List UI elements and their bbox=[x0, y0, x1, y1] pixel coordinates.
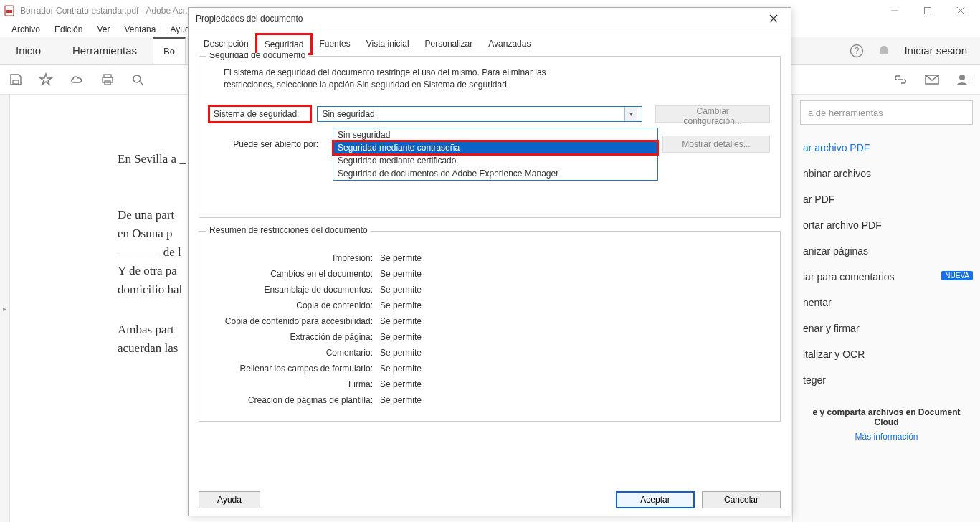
dialog-title-bar: Propiedades del documento bbox=[189, 8, 791, 29]
dialog-close-button[interactable] bbox=[763, 9, 784, 29]
restriction-label: Copia de contenido para accesibilidad: bbox=[209, 316, 380, 326]
tools-tab[interactable]: Herramientas bbox=[57, 37, 153, 64]
restrictions-group: Resumen de restricciones del documento I… bbox=[199, 231, 781, 422]
menu-archivo[interactable]: Archivo bbox=[6, 23, 46, 36]
tool-panel-item[interactable]: ortar archivo PDF bbox=[800, 212, 973, 238]
restriction-value: Se permite bbox=[380, 253, 422, 263]
change-config-button: Cambiar configuración... bbox=[655, 105, 770, 123]
restriction-label: Ensamblaje de documentos: bbox=[209, 285, 380, 295]
tool-panel-item[interactable]: nentar bbox=[800, 290, 973, 315]
restriction-value: Se permite bbox=[380, 300, 422, 310]
security-option[interactable]: Seguridad mediante certificado bbox=[333, 154, 657, 167]
restriction-row: Firma:Se permite bbox=[209, 379, 770, 389]
tool-panel-item[interactable]: ar archivo PDF bbox=[800, 135, 973, 161]
tool-panel-item[interactable]: iar para comentariosNUEVA bbox=[800, 264, 973, 290]
svg-rect-1 bbox=[6, 10, 12, 13]
maximize-button[interactable] bbox=[911, 0, 944, 22]
dialog-tabs: Descripción Seguridad Fuentes Vista inic… bbox=[189, 29, 791, 53]
show-details-button: Mostrar detalles... bbox=[662, 136, 770, 153]
open-by-label: Puede ser abierto por: bbox=[209, 139, 324, 149]
restriction-row: Cambios en el documento:Se permite bbox=[209, 269, 770, 279]
promo-link[interactable]: Más información bbox=[804, 432, 969, 442]
bell-icon[interactable] bbox=[877, 44, 891, 58]
link-icon[interactable] bbox=[893, 73, 908, 86]
tool-panel-item[interactable]: anizar páginas bbox=[800, 238, 973, 264]
window-title: Borrador Contrato estandar.pdf - Adobe A… bbox=[20, 6, 192, 16]
tab-fuentes[interactable]: Fuentes bbox=[311, 34, 358, 53]
menu-ver[interactable]: Ver bbox=[91, 23, 115, 36]
svg-line-13 bbox=[140, 82, 143, 85]
adduser-icon[interactable]: + bbox=[956, 72, 971, 87]
save-icon[interactable] bbox=[9, 72, 23, 87]
restriction-value: Se permite bbox=[380, 269, 422, 279]
restriction-label: Creación de páginas de plantilla: bbox=[209, 395, 380, 405]
restriction-value: Se permite bbox=[380, 395, 422, 405]
menu-edicion[interactable]: Edición bbox=[49, 23, 88, 36]
restriction-label: Impresión: bbox=[209, 253, 380, 263]
svg-rect-8 bbox=[13, 80, 19, 84]
svg-text:+: + bbox=[969, 75, 971, 85]
help-icon[interactable]: ? bbox=[850, 44, 864, 58]
tool-panel-item[interactable]: italizar y OCR bbox=[800, 341, 973, 367]
svg-point-12 bbox=[133, 75, 141, 82]
dialog-footer: Ayuda Aceptar Cancelar bbox=[189, 484, 791, 516]
tool-panel-item[interactable]: ar PDF bbox=[800, 186, 973, 212]
tool-panel-item[interactable]: enar y firmar bbox=[800, 315, 973, 341]
cloud-icon[interactable] bbox=[69, 72, 85, 87]
print-icon[interactable] bbox=[100, 72, 115, 87]
star-icon[interactable] bbox=[39, 72, 53, 87]
restriction-value: Se permite bbox=[380, 285, 422, 295]
svg-point-15 bbox=[959, 75, 965, 80]
security-option-selected[interactable]: Seguridad mediante contraseña bbox=[333, 141, 657, 154]
security-select-value: Sin seguridad bbox=[322, 109, 374, 119]
security-intro: El sistema de seguridad del documento re… bbox=[209, 67, 553, 101]
tab-avanzadas[interactable]: Avanzadas bbox=[480, 34, 538, 53]
restriction-row: Copia de contenido:Se permite bbox=[209, 300, 770, 310]
restrictions-legend: Resumen de restricciones del documento bbox=[206, 225, 371, 235]
restriction-label: Comentario: bbox=[209, 348, 380, 358]
mail-icon[interactable] bbox=[924, 73, 940, 86]
restriction-label: Firma: bbox=[209, 379, 380, 389]
security-system-select[interactable]: Sin seguridad ▾ bbox=[317, 106, 642, 122]
minimize-button[interactable] bbox=[878, 0, 911, 22]
svg-rect-3 bbox=[925, 8, 931, 14]
restriction-row: Impresión:Se permite bbox=[209, 253, 770, 263]
help-button[interactable]: Ayuda bbox=[199, 491, 260, 508]
restriction-row: Creación de páginas de plantilla:Se perm… bbox=[209, 395, 770, 405]
security-system-dropdown: Sin seguridad Seguridad mediante contras… bbox=[333, 128, 658, 181]
cancel-button[interactable]: Cancelar bbox=[702, 491, 781, 508]
restriction-value: Se permite bbox=[380, 316, 422, 326]
security-option[interactable]: Sin seguridad bbox=[333, 128, 657, 141]
tab-vista-inicial[interactable]: Vista inicial bbox=[358, 34, 417, 53]
tab-seguridad[interactable]: Seguridad bbox=[257, 34, 312, 54]
home-tab[interactable]: Inicio bbox=[0, 37, 57, 64]
svg-rect-10 bbox=[103, 77, 113, 82]
ok-button[interactable]: Aceptar bbox=[616, 491, 695, 508]
document-tab[interactable]: Bo bbox=[153, 37, 186, 64]
tool-panel-item[interactable]: teger bbox=[800, 367, 973, 393]
close-button[interactable] bbox=[944, 0, 977, 22]
security-option[interactable]: Seguridad de documentos de Adobe Experie… bbox=[333, 167, 657, 180]
restriction-label: Copia de contenido: bbox=[209, 300, 380, 310]
tool-panel-item[interactable]: nbinar archivos bbox=[800, 161, 973, 186]
restriction-label: Cambios en el documento: bbox=[209, 269, 380, 279]
tab-personalizar[interactable]: Personalizar bbox=[417, 34, 481, 53]
search-icon[interactable] bbox=[130, 72, 145, 87]
restriction-label: Rellenar los campos de formulario: bbox=[209, 364, 380, 374]
restriction-label: Extracción de página: bbox=[209, 332, 380, 342]
tools-search-input[interactable]: a de herramientas bbox=[800, 100, 973, 125]
menu-ventana[interactable]: Ventana bbox=[118, 23, 161, 36]
dialog-title: Propiedades del documento bbox=[196, 14, 303, 24]
tab-descripcion[interactable]: Descripción bbox=[196, 34, 257, 53]
document-properties-dialog: Propiedades del documento Descripción Se… bbox=[188, 7, 791, 516]
promo-box: e y comparta archivos en Document Cloud … bbox=[800, 407, 973, 442]
restriction-value: Se permite bbox=[380, 332, 422, 342]
left-nav-strip[interactable]: ▸ bbox=[0, 95, 10, 522]
signin-link[interactable]: Iniciar sesión bbox=[904, 44, 967, 57]
restriction-row: Copia de contenido para accesibilidad:Se… bbox=[209, 316, 770, 326]
security-legend: Seguridad de documento bbox=[206, 53, 308, 60]
pdf-icon bbox=[3, 4, 16, 17]
restriction-row: Extracción de página:Se permite bbox=[209, 332, 770, 342]
restriction-value: Se permite bbox=[380, 348, 422, 358]
restriction-row: Rellenar los campos de formulario:Se per… bbox=[209, 364, 770, 374]
